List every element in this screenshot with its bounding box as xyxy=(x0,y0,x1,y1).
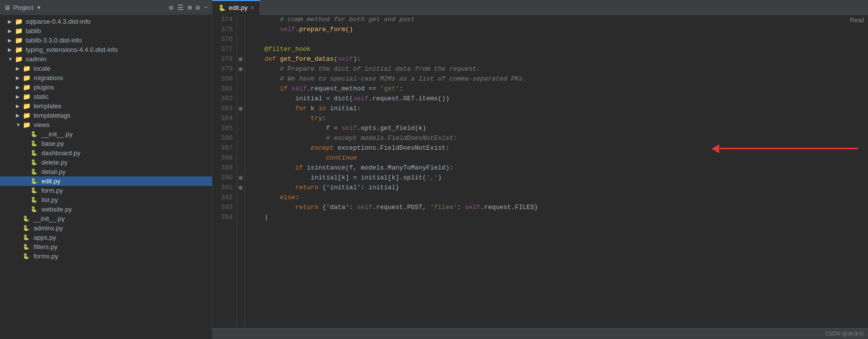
tree-item-locale[interactable]: ▶ 📁 locale xyxy=(0,64,212,73)
folder-icon: 📁 xyxy=(15,46,24,53)
line-numbers: 3743753763773783793803813823833843853863… xyxy=(212,15,237,328)
folder-icon: 📁 xyxy=(23,65,32,72)
tree-item-migrations[interactable]: ▶ 📁 migrations xyxy=(0,73,212,83)
tree-item-templatetags[interactable]: ▶ 📁 templatetags xyxy=(0,111,212,120)
settings-wheel-icon[interactable]: ⚙ xyxy=(169,3,173,12)
python-file-icon: 🐍 xyxy=(31,187,40,194)
tree-item-init-xadmin[interactable]: 🐍 __init__.py xyxy=(0,214,212,223)
sidebar-header: 🖥 Project ▼ ⚙ ☰ ⊞ ⚙ − xyxy=(0,0,212,15)
tree-item-list[interactable]: 🐍 list.py xyxy=(0,195,212,205)
code-editor[interactable]: # comm method for both get and post self… xyxy=(245,15,868,328)
line-number: 385 xyxy=(216,124,233,133)
code-line: try: xyxy=(249,114,864,124)
tree-item-label: migrations xyxy=(34,74,63,82)
arrow-right-icon: ▶ xyxy=(16,85,23,90)
tree-item-typing[interactable]: ▶ 📁 typing_extensions-4.4.0.dist-info xyxy=(0,45,212,54)
arrow-right-icon: ▶ xyxy=(16,113,23,118)
line-number: 391 xyxy=(216,183,233,193)
tree-item-edit[interactable]: 🐍 edit.py xyxy=(0,176,212,186)
tab-edit-py[interactable]: 🐍 edit.py × xyxy=(212,0,260,15)
tree-item-website[interactable]: 🐍 website.py xyxy=(0,205,212,214)
tree-item-label: templates xyxy=(34,102,61,110)
code-line: self.prepare_form() xyxy=(249,25,864,35)
arrow-right-icon: ▶ xyxy=(8,38,15,43)
tree-item-label: form.py xyxy=(41,187,63,194)
tree-item-adminx[interactable]: 🐍 adminx.py xyxy=(0,223,212,233)
tree-item-label: dashboard.py xyxy=(41,149,81,157)
tree-item-sqlparse[interactable]: ▶ 📁 sqlparse-0.4.3.dist-info xyxy=(0,17,212,26)
tree-item-label: tablib xyxy=(26,27,41,35)
code-line: return {'initial': initial} xyxy=(249,183,864,193)
list-icon[interactable]: ☰ xyxy=(177,3,184,12)
python-file-icon: 🐍 xyxy=(31,159,40,166)
folder-icon: 📁 xyxy=(23,102,32,110)
code-line: initial = dict(self.request.GET.items()) xyxy=(249,94,864,104)
code-line: initial[k] = initial[k].split(',') xyxy=(249,173,864,183)
python-file-icon: 🐍 xyxy=(23,244,32,250)
project-icon: 🖥 xyxy=(4,4,10,11)
layout-icon[interactable]: ⊞ xyxy=(188,3,192,12)
tree-item-tablib[interactable]: ▶ 📁 tablib xyxy=(0,26,212,36)
tree-item-label: views xyxy=(34,121,50,128)
tree-item-detail[interactable]: 🐍 detail.py xyxy=(0,167,212,176)
arrow-right-icon: ▶ xyxy=(8,19,15,24)
editor-gutter xyxy=(237,15,245,328)
line-number: 386 xyxy=(216,133,233,143)
tree-item-filters[interactable]: 🐍 filters.py xyxy=(0,242,212,252)
sidebar-actions: ⚙ ☰ ⊞ ⚙ − xyxy=(169,3,208,12)
editor-tabs: 🐍 edit.py × xyxy=(212,0,868,15)
tree-item-dashboard[interactable]: 🐍 dashboard.py xyxy=(0,148,212,158)
line-number: 382 xyxy=(216,94,233,104)
tree-item-views[interactable]: ▼ 📁 views xyxy=(0,120,212,129)
line-number: 388 xyxy=(216,153,233,163)
tree-item-label: plugins xyxy=(34,84,54,91)
code-line: return {'data': self.request.POST, 'file… xyxy=(249,203,864,212)
python-file-icon: 🐍 xyxy=(23,215,32,222)
tree-item-delete[interactable]: 🐍 delete.py xyxy=(0,158,212,167)
tree-item-static[interactable]: ▶ 📁 static xyxy=(0,92,212,101)
line-number: 374 xyxy=(216,15,233,25)
tree-item-label: typing_extensions-4.4.0.dist-info xyxy=(26,46,118,53)
line-number: 378 xyxy=(216,54,233,64)
tree-item-init-views[interactable]: 🐍 __init__.py xyxy=(0,129,212,139)
tree-item-label: base.py xyxy=(41,140,64,147)
python-file-icon: 🐍 xyxy=(31,131,40,137)
tree-item-form[interactable]: 🐍 form.py xyxy=(0,186,212,195)
editor-area: 🐍 edit.py × 3743753763773783793803813823… xyxy=(212,0,868,339)
arrow-right-icon: ▶ xyxy=(8,28,15,34)
gear-icon[interactable]: ⚙ xyxy=(196,3,200,12)
tree-item-plugins[interactable]: ▶ 📁 plugins xyxy=(0,83,212,92)
code-line: f = self.opts.get_field(k) xyxy=(249,124,864,133)
chevron-down-icon: ▼ xyxy=(36,5,41,10)
python-file-icon: 🐍 xyxy=(31,206,40,212)
gutter-marker xyxy=(239,176,243,180)
arrow-right-icon: ▶ xyxy=(16,75,23,81)
tree-item-label: adminx.py xyxy=(34,224,63,232)
code-line: | xyxy=(249,212,864,222)
line-number: 389 xyxy=(216,163,233,173)
tree-item-label: edit.py xyxy=(41,177,60,185)
tab-label: edit.py xyxy=(229,4,248,11)
tree-item-xadmin[interactable]: ▼ 📁 xadmin xyxy=(0,54,212,64)
line-number: 377 xyxy=(216,44,233,54)
tree-item-tablib330[interactable]: ▶ 📁 tablib-3.3.0.dist-info xyxy=(0,36,212,45)
tree-item-apps[interactable]: 🐍 apps.py xyxy=(0,233,212,242)
code-line: else: xyxy=(249,193,864,203)
gutter-marker xyxy=(239,57,243,61)
code-line xyxy=(249,35,864,44)
tree-item-forms[interactable]: 🐍 forms.py xyxy=(0,252,212,261)
tree-item-label: static xyxy=(34,93,48,100)
tree-item-label: __init__.py xyxy=(34,215,65,222)
tree-item-base[interactable]: 🐍 base.py xyxy=(0,139,212,148)
python-file-icon: 🐍 xyxy=(31,150,40,156)
minimize-icon[interactable]: − xyxy=(204,3,208,11)
arrow-down-icon: ▼ xyxy=(16,122,23,127)
code-line: except exceptions.FieldDoesNotExist: xyxy=(249,143,864,153)
line-number: 392 xyxy=(216,193,233,203)
tab-close-button[interactable]: × xyxy=(250,4,254,11)
gutter-marker xyxy=(239,67,243,71)
code-line: # Prepare the dict of initial data from … xyxy=(249,64,864,74)
tree-item-templates[interactable]: ▶ 📁 templates xyxy=(0,101,212,111)
readonly-badge: Read xyxy=(850,17,864,24)
tree-item-label: website.py xyxy=(41,206,72,213)
